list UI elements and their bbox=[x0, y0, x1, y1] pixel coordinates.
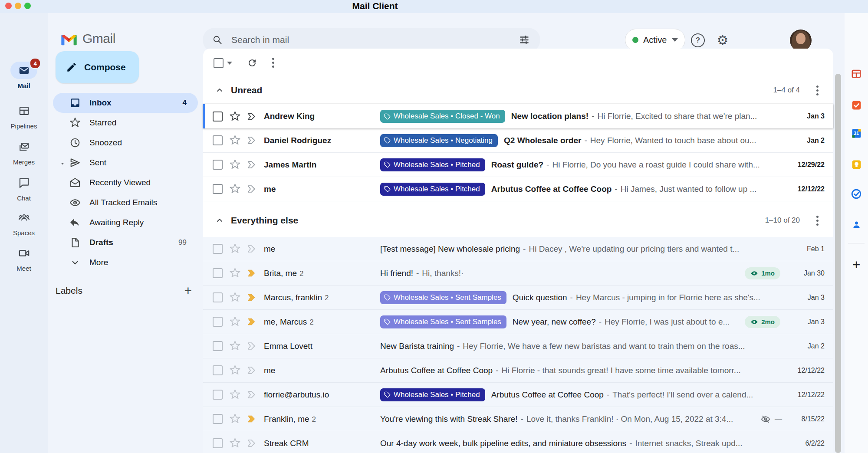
streak-box-icon[interactable] bbox=[246, 159, 257, 170]
streak-status-dropdown[interactable]: Active bbox=[625, 29, 685, 51]
star-icon[interactable] bbox=[229, 340, 241, 352]
email-row[interactable]: florrie@arbutus.ioWholesale Sales • Pitc… bbox=[203, 383, 833, 407]
star-icon[interactable] bbox=[229, 437, 241, 449]
search-input[interactable] bbox=[230, 34, 519, 46]
tasks-blue-icon[interactable] bbox=[850, 188, 862, 200]
email-row[interactable]: me, Marcus2Wholesale Sales • Sent Sample… bbox=[203, 310, 833, 334]
row-checkbox[interactable] bbox=[213, 160, 223, 170]
email-row[interactable]: Streak CRMOur 4-day work week, bulk pipe… bbox=[203, 431, 833, 453]
star-icon[interactable] bbox=[229, 243, 241, 255]
row-checkbox[interactable] bbox=[213, 184, 223, 194]
row-checkbox[interactable] bbox=[213, 365, 223, 375]
user-avatar[interactable] bbox=[790, 30, 812, 51]
expand-caret-icon[interactable] bbox=[60, 160, 65, 165]
star-icon[interactable] bbox=[229, 267, 241, 279]
contacts-icon[interactable] bbox=[850, 218, 862, 230]
sidebar-item-inbox[interactable]: Inbox4 bbox=[53, 93, 198, 113]
star-icon[interactable] bbox=[229, 292, 241, 303]
sidebar-item-drafts[interactable]: Drafts99 bbox=[53, 233, 198, 253]
select-options-caret-icon[interactable] bbox=[227, 62, 232, 65]
minimize-window-button[interactable] bbox=[15, 3, 21, 9]
settings-gear-icon[interactable]: ⚙ bbox=[716, 33, 730, 47]
streak-box-icon[interactable] bbox=[246, 316, 257, 327]
section-kebab-icon[interactable] bbox=[816, 216, 819, 226]
streak-box-icon[interactable] bbox=[246, 389, 257, 400]
get-addons-plus-icon[interactable]: + bbox=[850, 259, 862, 271]
row-checkbox[interactable] bbox=[213, 112, 223, 121]
email-row[interactable]: me[Test message] New wholesale pricing-H… bbox=[203, 237, 833, 261]
email-row[interactable]: Brita, me2Hi friend!-Hi, thanks!·1moJan … bbox=[203, 261, 833, 286]
select-all-checkbox[interactable] bbox=[214, 58, 224, 68]
google-apps-grid-icon[interactable] bbox=[741, 33, 752, 45]
streak-box-icon[interactable] bbox=[246, 414, 257, 424]
refresh-icon[interactable] bbox=[247, 58, 257, 68]
more-options-kebab-icon[interactable] bbox=[272, 58, 274, 68]
rail-item-spaces[interactable]: Spaces bbox=[0, 209, 48, 236]
email-row[interactable]: meWholesale Sales • PitchedArbutus Coffe… bbox=[203, 177, 833, 201]
sidebar-item-all-tracked-emails[interactable]: All Tracked Emails bbox=[53, 193, 198, 213]
sidebar-item-starred[interactable]: Starred bbox=[53, 113, 198, 133]
star-icon[interactable] bbox=[229, 413, 241, 425]
streak-box-icon[interactable] bbox=[246, 184, 257, 194]
row-checkbox[interactable] bbox=[213, 135, 223, 145]
sidebar-item-sent[interactable]: Sent bbox=[53, 153, 198, 173]
keep-icon[interactable] bbox=[850, 158, 862, 171]
collapse-section-icon[interactable] bbox=[215, 216, 224, 225]
star-icon[interactable] bbox=[229, 316, 241, 328]
search-icon[interactable] bbox=[212, 35, 223, 45]
row-checkbox[interactable] bbox=[213, 317, 223, 327]
section-kebab-icon[interactable] bbox=[816, 85, 819, 95]
pipeline-stage-badge[interactable]: Wholesale Sales • Pitched bbox=[380, 183, 485, 196]
create-label-plus-icon[interactable]: + bbox=[184, 284, 192, 297]
star-icon[interactable] bbox=[229, 135, 241, 146]
search-filters-icon[interactable] bbox=[519, 34, 530, 46]
email-row[interactable]: Franklin, me2You're viewing this with St… bbox=[203, 407, 833, 431]
row-checkbox[interactable] bbox=[213, 390, 223, 400]
rail-item-merges[interactable]: Merges bbox=[0, 138, 48, 166]
row-checkbox[interactable] bbox=[213, 268, 223, 278]
streak-box-icon[interactable] bbox=[246, 268, 257, 279]
streak-pipelines-icon[interactable] bbox=[850, 68, 862, 80]
streak-box-icon[interactable] bbox=[246, 243, 257, 254]
sidebar-item-awaiting-reply[interactable]: Awaiting Reply bbox=[53, 213, 198, 233]
streak-box-icon[interactable] bbox=[246, 135, 257, 146]
sidebar-item-recently-viewed[interactable]: Recently Viewed bbox=[53, 173, 198, 193]
calendar-icon[interactable]: 31 bbox=[850, 127, 862, 139]
sidebar-item-more[interactable]: More bbox=[53, 253, 198, 272]
row-checkbox[interactable] bbox=[213, 292, 223, 302]
close-window-button[interactable] bbox=[5, 3, 12, 9]
list-scrollbar[interactable] bbox=[835, 74, 841, 453]
email-row[interactable]: meArbutus Coffee at Coffee Coop-Hi Florr… bbox=[203, 358, 833, 383]
pipeline-stage-badge[interactable]: Wholesale Sales • Negotiating bbox=[380, 134, 498, 147]
help-icon[interactable]: ? bbox=[691, 33, 705, 47]
pipeline-stage-badge[interactable]: Wholesale Sales • Sent Samples bbox=[380, 315, 506, 328]
streak-box-icon[interactable] bbox=[246, 341, 257, 351]
tasks-orange-icon[interactable] bbox=[850, 99, 862, 111]
row-checkbox[interactable] bbox=[213, 414, 223, 424]
email-row[interactable]: Andrew KingWholesale Sales • Closed - Wo… bbox=[203, 104, 833, 128]
maximize-window-button[interactable] bbox=[24, 3, 31, 9]
email-row[interactable]: Marcus, franklin2Wholesale Sales • Sent … bbox=[203, 286, 833, 310]
streak-box-icon[interactable] bbox=[246, 292, 257, 303]
streak-box-icon[interactable] bbox=[246, 111, 257, 122]
pipeline-stage-badge[interactable]: Wholesale Sales • Closed - Won bbox=[380, 110, 505, 123]
row-checkbox[interactable] bbox=[213, 341, 223, 351]
star-icon[interactable] bbox=[229, 111, 241, 122]
email-row[interactable]: Emma LovettNew Barista training-Hey Flor… bbox=[203, 334, 833, 358]
sidebar-item-snoozed[interactable]: Snoozed bbox=[53, 133, 198, 153]
rail-item-mail[interactable]: 4Mail bbox=[0, 62, 48, 89]
row-checkbox[interactable] bbox=[213, 244, 223, 254]
email-row[interactable]: James MartinWholesale Sales • PitchedRoa… bbox=[203, 153, 833, 177]
star-icon[interactable] bbox=[229, 389, 241, 400]
pipeline-stage-badge[interactable]: Wholesale Sales • Pitched bbox=[380, 158, 485, 171]
streak-box-icon[interactable] bbox=[246, 365, 257, 376]
streak-box-icon[interactable] bbox=[246, 438, 257, 449]
collapse-section-icon[interactable] bbox=[215, 86, 224, 95]
rail-item-pipelines[interactable]: Pipelines bbox=[0, 102, 48, 130]
rail-item-chat[interactable]: Chat bbox=[0, 174, 48, 202]
star-icon[interactable] bbox=[229, 364, 241, 376]
star-icon[interactable] bbox=[229, 159, 241, 171]
email-row[interactable]: Daniel RodriguezWholesale Sales • Negoti… bbox=[203, 128, 833, 153]
row-checkbox[interactable] bbox=[213, 438, 223, 448]
pipeline-stage-badge[interactable]: Wholesale Sales • Sent Samples bbox=[380, 291, 506, 304]
